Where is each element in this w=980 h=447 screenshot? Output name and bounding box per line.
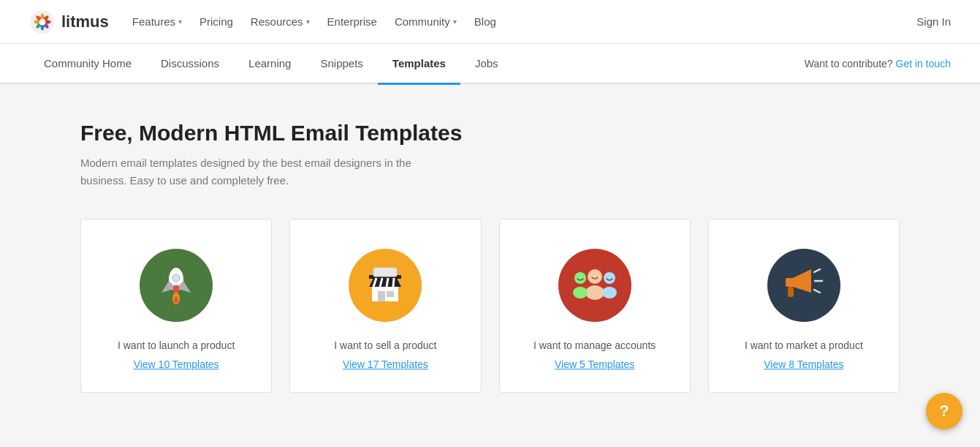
sell-view-templates[interactable]: View 17 Templates: [343, 358, 428, 370]
sub-nav-learning[interactable]: Learning: [234, 44, 305, 85]
page-subtitle: Modern email templates designed by the b…: [80, 154, 417, 189]
resources-arrow: ▾: [306, 18, 310, 26]
card-market: I want to market a product View 8 Templa…: [708, 219, 900, 393]
top-navigation: litmus Features ▾ Pricing Resources ▾ En…: [0, 0, 980, 44]
manage-label: I want to manage accounts: [533, 339, 656, 351]
svg-point-14: [172, 274, 180, 282]
logo-text: litmus: [61, 12, 109, 31]
main-content: Free, Modern HTML Email Templates Modern…: [0, 84, 980, 447]
card-sell: I want to sell a product View 17 Templat…: [289, 219, 481, 393]
page-title: Free, Modern HTML Email Templates: [80, 121, 900, 146]
svg-point-35: [602, 287, 617, 298]
svg-point-32: [574, 272, 586, 284]
nav-links: Features ▾ Pricing Resources ▾ Enterpris…: [132, 15, 496, 28]
svg-rect-28: [373, 268, 397, 277]
nav-community[interactable]: Community ▾: [395, 15, 457, 28]
svg-rect-20: [378, 291, 385, 301]
manage-icon-container: [558, 249, 631, 322]
svg-rect-42: [788, 287, 794, 297]
cards-grid: I want to launch a product View 10 Templ…: [80, 219, 900, 393]
contribute-section: Want to contribute? Get in touch: [805, 58, 951, 70]
rocket-icon: [147, 256, 205, 315]
launch-view-templates[interactable]: View 10 Templates: [134, 358, 219, 370]
sub-nav-templates[interactable]: Templates: [378, 44, 460, 85]
nav-pricing[interactable]: Pricing: [200, 15, 233, 28]
manage-view-templates[interactable]: View 5 Templates: [555, 358, 634, 370]
launch-icon-container: [140, 249, 213, 322]
megaphone-icon: [775, 256, 833, 315]
svg-point-33: [573, 287, 588, 298]
sell-label: I want to sell a product: [334, 339, 436, 351]
svg-point-17: [174, 296, 178, 304]
svg-line-26: [387, 278, 388, 287]
svg-line-27: [393, 278, 394, 287]
sub-nav-jobs[interactable]: Jobs: [460, 44, 513, 85]
sub-nav-community-home[interactable]: Community Home: [29, 44, 146, 85]
svg-point-34: [604, 272, 615, 284]
svg-point-30: [588, 269, 602, 284]
svg-rect-15: [173, 285, 179, 293]
help-button[interactable]: ?: [926, 393, 962, 429]
nav-left: litmus Features ▾ Pricing Resources ▾ En…: [29, 9, 496, 35]
logo-icon: [29, 9, 56, 35]
features-arrow: ▾: [178, 18, 182, 26]
people-icon: [566, 256, 624, 315]
market-view-templates[interactable]: View 8 Templates: [764, 358, 843, 370]
nav-resources[interactable]: Resources ▾: [251, 15, 310, 28]
sub-nav-discussions[interactable]: Discussions: [146, 44, 234, 85]
sign-in-link[interactable]: Sign In: [916, 15, 951, 28]
nav-enterprise[interactable]: Enterprise: [327, 15, 377, 28]
sub-nav-links: Community Home Discussions Learning Snip…: [29, 44, 513, 83]
svg-rect-21: [387, 291, 394, 297]
get-in-touch-link[interactable]: Get in touch: [896, 58, 951, 70]
sub-navigation: Community Home Discussions Learning Snip…: [0, 44, 980, 84]
nav-features[interactable]: Features ▾: [132, 15, 182, 28]
svg-point-9: [39, 18, 46, 25]
nav-blog[interactable]: Blog: [474, 15, 496, 28]
market-icon-container: [767, 249, 840, 322]
card-launch: I want to launch a product View 10 Templ…: [80, 219, 272, 393]
community-arrow: ▾: [453, 18, 457, 26]
logo[interactable]: litmus: [29, 9, 109, 35]
store-icon: [356, 256, 414, 315]
sub-nav-snippets[interactable]: Snippets: [305, 44, 377, 85]
svg-point-31: [585, 285, 604, 300]
market-label: I want to market a product: [745, 339, 863, 351]
svg-rect-38: [786, 278, 794, 287]
launch-label: I want to launch a product: [118, 339, 235, 351]
sell-icon-container: [349, 249, 422, 322]
card-manage: I want to manage accounts View 5 Templat…: [499, 219, 691, 393]
